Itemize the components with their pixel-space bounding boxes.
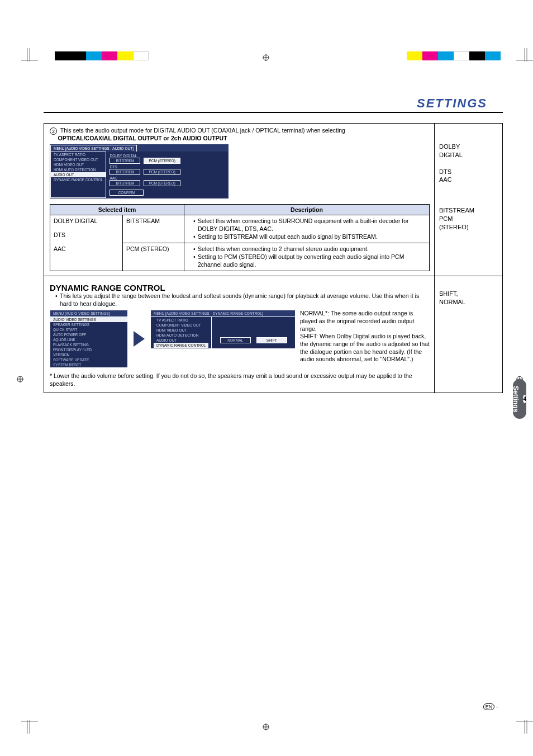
td: BITSTREAM [123,215,184,243]
osd-item: AQUOS LINK [50,337,127,342]
osd-menu-drc: MENU [AUDIO VIDEO SETTINGS - DYNAMIC RAN… [150,310,296,349]
drc-explain: NORMAL*: The some audio output range is … [300,310,430,363]
osd-item: VERSION [50,352,127,357]
td: Select this when connecting to SURROUND … [184,215,430,243]
page-title: SETTINGS [44,96,503,113]
osd-item: FRONT DISPLAY / LED [50,347,127,352]
osd-item: COMPONENT VIDEO OUT [51,157,106,162]
td: DTS [50,229,123,243]
osd-option: BITSTREM [110,169,140,175]
osd-left-list: TV ASPECT RATIO COMPONENT VIDEO OUT HDMI… [50,152,106,198]
print-bars-top-left [55,51,149,60]
crop-mark-tr [505,48,533,76]
osd-item: DYNAMIC RANGE CONTROL [51,177,106,182]
osd-option-shift: SHIFT [256,337,287,343]
osd-option-normal: NORMAL [220,337,251,343]
osd-item: SOFTWARE UPDATE [50,357,127,362]
side-tab-settings: 4 Settings [513,379,526,419]
crop-mark-tl [21,48,49,76]
osd-item: SPEAKER SETTINGS [50,322,127,327]
registration-mark-top [263,53,269,60]
osd-item: QUICK START [50,327,127,332]
td: PCM (STEREO) [123,243,184,271]
drc-desc: This lets you adjust the range between t… [50,292,430,308]
th-description: Description [184,205,430,215]
td: DOLBY DIGITAL [50,215,123,229]
osd-right-panel: DOLBY DIGITAL BITSTREM PCM (STEREO) DTS … [106,152,183,198]
osd-item: AUDIO OUT [154,338,208,343]
registration-mark-left [17,375,23,381]
osd-item-selected: AUDIO VIDEO SETTINGS [50,317,127,322]
arrow-right-icon [134,331,145,347]
osd-menu-main: MENU [AUDIO VIDEO SETTINGS] AUDIO VIDEO … [50,310,128,368]
td: AAC [50,243,123,271]
drc-heading: DYNAMIC RANGE CONTROL [50,283,430,292]
step-number-2: 2 [50,127,57,135]
drc-footnote: * Lower the audio volume before setting.… [50,372,430,388]
osd-item: HDMI AUTO DETECTION [154,333,208,338]
osd-item: COMPONENT VIDEO OUT [154,323,208,328]
osd-item: HDMI AUTO DETECTION [51,167,106,172]
osd-option: PCM (STEREO) [144,180,180,186]
td: Select this when connecting to 2 channel… [184,243,430,271]
registration-mark-bottom [263,722,269,729]
osd-item: HDMI VIDEO OUT [154,328,208,333]
section2-intro: 2 This sets the audio output mode for DI… [50,127,430,142]
osd-item: TV ASPECT RATIO [51,152,106,157]
lang-badge: EN [483,703,495,710]
osd-option: PCM (STEREO) [144,169,180,175]
osd-item-selected: DYNAMIC RANGE CONTROL [154,343,208,348]
osd-item: PLAYBACK SETTING [50,342,127,347]
crop-mark-br [505,706,533,734]
osd-option-selected: PCM (STEREO) [144,158,180,164]
audio-out-table: Selected item Description DOLBY DIGITAL … [50,204,430,271]
crop-mark-bl [21,706,49,734]
osd-item-selected: AUDIO OUT [51,172,106,177]
right-options-drc: SHIFT, NORMAL [434,276,502,393]
print-bars-top-right [407,51,501,60]
osd-item: TV ASPECT RATIO [154,318,208,323]
osd-confirm-button: CONFIRM [110,190,143,196]
osd-audio-out: MENU [AUDIO VIDEO SETTINGS - AUDIO OUT] … [50,144,229,199]
osd-item: AUTO POWER OFF [50,332,127,337]
osd-breadcrumb: MENU [AUDIO VIDEO SETTINGS - AUDIO OUT] [50,145,137,152]
right-options-audio: DOLBY DIGITAL DTS AAC BITSTREAM PCM (STE… [434,124,502,276]
side-tab-label: Settings [512,386,520,412]
th-selected-item: Selected item [50,205,184,215]
osd-item: HDMI VIDEO OUT [51,162,106,167]
side-tab-number: 4 [523,395,526,403]
osd-option: BITSTREM [110,158,140,164]
osd-item: SYSTEM RESET [50,362,127,367]
page-number: EN - [483,703,498,710]
osd-option: BITSTREM [110,180,140,186]
